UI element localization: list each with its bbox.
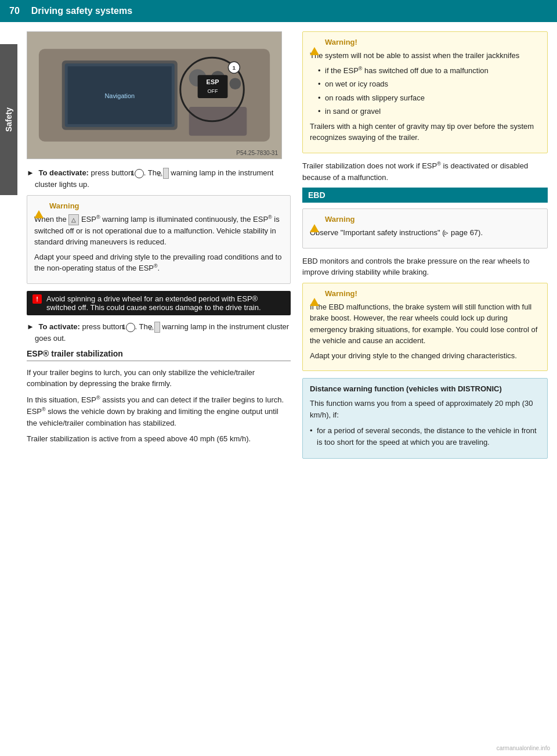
- activate-instruction: ► To activate: press button 1. The △ war…: [27, 321, 291, 344]
- note-box: ! Avoid spinning a drive wheel for an ex…: [27, 291, 291, 315]
- warning-box-top: Warning! The system will not be able to …: [302, 31, 548, 153]
- esp-para-3: Trailer stabilization is active from a s…: [27, 433, 291, 445]
- arrow-icon: ►: [27, 168, 34, 177]
- side-tab: Safety: [0, 44, 17, 195]
- svg-point-8: [229, 78, 241, 89]
- ebd-warning-1-text: Observe "Important safety instructions" …: [310, 227, 540, 239]
- esp-section-heading: ESP® trailer stabilization: [27, 349, 291, 361]
- warning-lamp-inline: △: [68, 214, 79, 225]
- bullet-item: on wet or icy roads: [318, 78, 540, 90]
- warning-triangle-icon-ebd1: [310, 215, 319, 224]
- esp-para-1: If your trailer begins to lurch, you can…: [27, 367, 291, 390]
- warning-lamp-icon-2: △: [154, 322, 160, 333]
- button-circle-1: 1: [135, 169, 144, 178]
- ebd-warning-title-2: Warning!: [310, 289, 540, 298]
- bullet-item: in sand or gravel: [318, 106, 540, 117]
- bullet-item: on roads with slippery surface: [318, 92, 540, 104]
- right-column: Warning! The system will not be able to …: [302, 31, 548, 459]
- ebd-heading: EBD: [302, 188, 548, 203]
- ebd-warning-2: Warning! If the EBD malfunctions, the br…: [302, 283, 548, 372]
- distance-box-title: Distance warning function (vehicles with…: [310, 384, 540, 393]
- svg-text:Navigation: Navigation: [104, 92, 135, 99]
- ebd-intro: EBD monitors and controls the brake pres…: [302, 255, 548, 278]
- warning-title-1: Warning: [34, 201, 283, 210]
- ebd-warning-2-line2: Adapt your driving style to the changed …: [310, 350, 540, 362]
- warning-triangle-icon-1: [34, 201, 44, 210]
- warning-triangle-icon-top: [310, 38, 319, 46]
- svg-text:1: 1: [233, 64, 236, 71]
- note-icon: !: [32, 294, 42, 304]
- watermark: carmanualonline.info: [497, 745, 550, 751]
- page-title: Driving safety systems: [31, 6, 132, 16]
- page-header: 70 Driving safety systems: [0, 0, 557, 22]
- distance-warning-box: Distance warning function (vehicles with…: [302, 378, 548, 459]
- warning-top-footer: Trailers with a high center of gravity m…: [310, 121, 540, 143]
- image-caption: P54.25-7830-31: [236, 150, 278, 156]
- trailer-para: Trailer stabilization does not work if E…: [302, 160, 548, 183]
- svg-text:ESP: ESP: [207, 78, 219, 85]
- ebd-warning-2-line1: If the EBD malfunctions, the brake syste…: [310, 301, 540, 347]
- warning-title-top: Warning!: [310, 38, 540, 46]
- distance-intro: This function warns you from a speed of …: [310, 398, 540, 420]
- warning-top-bullets: if the ESP® has switched off due to a ma…: [318, 65, 540, 117]
- ebd-warning-1: Warning Observe "Important safety instru…: [302, 208, 548, 249]
- arrow-icon-2: ►: [27, 322, 34, 331]
- button-circle-2: 1: [126, 323, 135, 332]
- page-number: 70: [9, 6, 20, 16]
- car-image: Navigation ESP OFF: [27, 31, 282, 159]
- distance-bullets: for a period of several seconds, the dis…: [310, 425, 540, 448]
- deactivate-instruction: ► To deactivate: press button 1. The △ w…: [27, 167, 291, 190]
- left-column: Navigation ESP OFF: [27, 31, 291, 459]
- warning-box-1: Warning When the △ ESP® warning lamp is …: [27, 195, 291, 285]
- ebd-warning-title-1: Warning: [310, 215, 540, 224]
- warning-triangle-icon-ebd2: [310, 289, 319, 297]
- bullet-item: if the ESP® has switched off due to a ma…: [318, 65, 540, 77]
- warning-lamp-icon-1: △: [163, 168, 169, 179]
- warning-top-intro: The system will not be able to assist wh…: [310, 50, 540, 62]
- esp-para-2: In this situation, ESP® assists you and …: [27, 394, 291, 429]
- svg-text:OFF: OFF: [208, 88, 218, 94]
- distance-bullet-item: for a period of several seconds, the dis…: [310, 425, 540, 448]
